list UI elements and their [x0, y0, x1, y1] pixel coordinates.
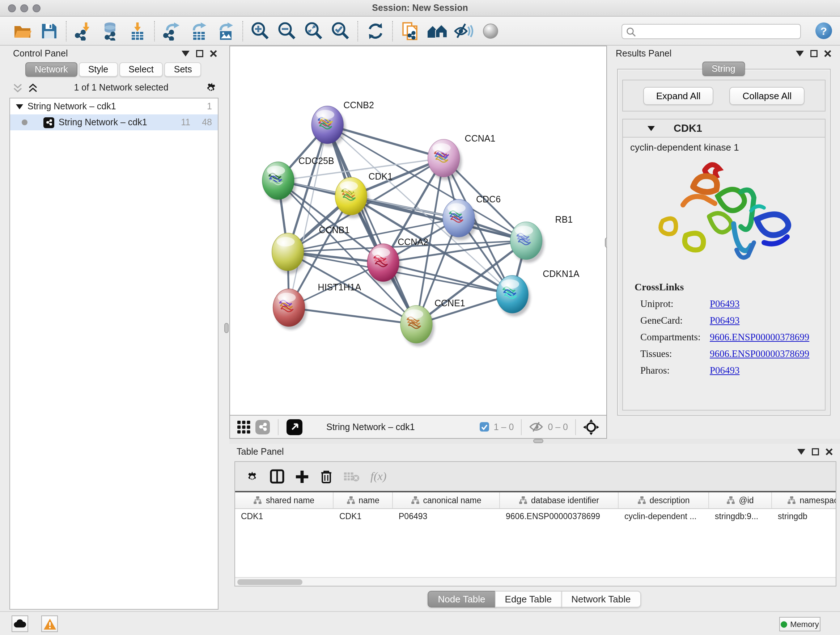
warnings-button[interactable]: [41, 616, 58, 632]
search-input[interactable]: [639, 25, 797, 38]
collapse-all-networks-icon[interactable]: [28, 83, 38, 92]
table-row[interactable]: CDK1CDK1P064939606.ENSP00000378699cyclin…: [235, 509, 836, 525]
collapse-gene-icon[interactable]: [647, 126, 655, 131]
open-session-button[interactable]: [9, 19, 35, 43]
network-node-ccne1[interactable]: CCNE1: [401, 298, 465, 347]
table-cell[interactable]: stringdb:9...: [709, 509, 772, 525]
delete-table-icon[interactable]: [344, 470, 360, 482]
tab-network-table[interactable]: Network Table: [561, 591, 641, 608]
crosslink-link[interactable]: 9606.ENSP00000378699: [710, 348, 809, 360]
column-header-description[interactable]: description: [619, 492, 709, 508]
network-node-cdkn1a[interactable]: CDKN1A: [496, 269, 579, 317]
network-node-ccna1[interactable]: CCNA1: [428, 133, 496, 180]
titlebar[interactable]: Session: New Session: [0, 0, 840, 17]
save-session-button[interactable]: [35, 19, 62, 43]
expand-all-button[interactable]: Expand All: [643, 87, 714, 105]
gene-card-header[interactable]: CDK1: [623, 119, 825, 138]
zoom-out-button[interactable]: [273, 19, 300, 43]
close-panel-icon[interactable]: [826, 448, 833, 455]
tab-edge-table[interactable]: Edge Table: [495, 591, 562, 608]
birdseye-grid-button[interactable]: [237, 420, 250, 433]
network-node-rb1[interactable]: RB1: [510, 214, 573, 263]
tab-select[interactable]: Select: [119, 62, 163, 77]
import-table-button[interactable]: [124, 19, 150, 43]
node-table: shared namenamecanonical namedatabase id…: [235, 491, 836, 586]
sphere-toggle-button[interactable]: [477, 19, 504, 43]
network-row-selected[interactable]: String Network – cdk1 11 48: [10, 114, 218, 130]
export-network-button[interactable]: [158, 19, 185, 43]
table-cell[interactable]: CDK1: [235, 509, 333, 525]
zoom-in-icon: [250, 21, 270, 41]
close-panel-icon[interactable]: [210, 50, 217, 57]
column-header-shared-name[interactable]: shared name: [235, 492, 333, 508]
network-node-ccnb2[interactable]: CCNB2: [311, 100, 374, 147]
zoom-in-button[interactable]: [247, 19, 273, 43]
export-table-button[interactable]: [185, 19, 212, 43]
column-header--id[interactable]: @id: [709, 492, 772, 508]
hide-unhide-button[interactable]: [450, 19, 477, 43]
crosslink-link[interactable]: P06493: [710, 315, 740, 326]
column-header-database-identifier[interactable]: database identifier: [500, 492, 619, 508]
add-column-icon[interactable]: [295, 470, 309, 483]
node-gloss-highlight: [433, 143, 451, 153]
tab-style[interactable]: Style: [79, 62, 118, 77]
tab-sets[interactable]: Sets: [164, 62, 202, 77]
delete-column-icon[interactable]: [320, 469, 333, 484]
refresh-view-button[interactable]: [362, 19, 388, 43]
memory-button[interactable]: Memory: [779, 617, 821, 631]
function-builder-button[interactable]: f(x): [370, 470, 386, 483]
expand-all-networks-icon[interactable]: [13, 83, 22, 92]
detach-view-button[interactable]: [286, 419, 302, 435]
edge-CCNB2-HIST1H1A[interactable]: [289, 125, 328, 308]
string-view-button[interactable]: [256, 420, 270, 434]
network-collection-row[interactable]: String Network – cdk1 1: [10, 98, 218, 114]
help-button[interactable]: ?: [815, 22, 832, 39]
network-canvas[interactable]: CCNB2CCNA1CDC25BCDK1CDC6RB1CCNB1CCNA2CDK…: [229, 46, 607, 416]
selected-nodes-checkbox[interactable]: [480, 422, 489, 432]
horizontal-scrollbar[interactable]: [235, 577, 836, 586]
column-header-name[interactable]: name: [333, 492, 393, 508]
table-cell[interactable]: stringdb: [772, 509, 836, 525]
tab-string[interactable]: String: [702, 62, 745, 76]
float-panel-icon[interactable]: [810, 50, 818, 57]
fit-content-crosshair-icon[interactable]: [583, 419, 599, 435]
table-cell[interactable]: 9606.ENSP00000378699: [500, 509, 619, 525]
warning-icon: [43, 618, 56, 630]
left-splitter-handle[interactable]: [224, 323, 229, 333]
table-options-gear-icon[interactable]: [245, 470, 259, 483]
tab-node-table[interactable]: Node Table: [428, 591, 495, 608]
table-cell[interactable]: cyclin-dependent ...: [619, 509, 709, 525]
column-header-namespace[interactable]: namespace: [772, 492, 836, 508]
scrollbar-thumb[interactable]: [237, 579, 302, 585]
horizontal-splitter-handle[interactable]: [533, 439, 543, 443]
column-header-canonical-name[interactable]: canonical name: [393, 492, 500, 508]
float-panel-icon[interactable]: [196, 50, 203, 57]
crosslink-link[interactable]: P06493: [710, 298, 740, 310]
crosslink-link[interactable]: P06493: [710, 365, 740, 377]
network-node-hist1h1a[interactable]: HIST1H1A: [273, 282, 362, 330]
export-image-button[interactable]: [212, 19, 239, 43]
edge-HIST1H1A-CCNE1[interactable]: [289, 308, 416, 325]
table-cell[interactable]: P06493: [393, 509, 500, 525]
horizontal-splitter[interactable]: [229, 439, 840, 444]
show-columns-icon[interactable]: [270, 469, 284, 484]
table-cell[interactable]: CDK1: [333, 509, 393, 525]
clone-network-button[interactable]: [396, 19, 423, 43]
panel-menu-icon[interactable]: [796, 50, 804, 56]
cloud-status-button[interactable]: [11, 616, 28, 632]
close-panel-icon[interactable]: [824, 50, 831, 57]
home-view-button[interactable]: [423, 19, 450, 43]
panel-menu-icon[interactable]: [797, 448, 805, 454]
zoom-selected-button[interactable]: [327, 19, 354, 43]
panel-menu-icon[interactable]: [182, 50, 189, 56]
zoom-fit-button[interactable]: [300, 19, 327, 43]
network-node-cdc6[interactable]: CDC6: [443, 194, 501, 241]
collapse-all-button[interactable]: Collapse All: [729, 87, 805, 105]
import-network-button[interactable]: [70, 19, 97, 43]
float-panel-icon[interactable]: [812, 448, 819, 455]
network-options-gear-icon[interactable]: [205, 81, 217, 94]
import-network-from-database-button[interactable]: [97, 19, 124, 43]
tree-expander-icon[interactable]: [16, 104, 23, 109]
tab-network[interactable]: Network: [25, 62, 77, 77]
crosslink-link[interactable]: 9606.ENSP00000378699: [710, 332, 809, 343]
